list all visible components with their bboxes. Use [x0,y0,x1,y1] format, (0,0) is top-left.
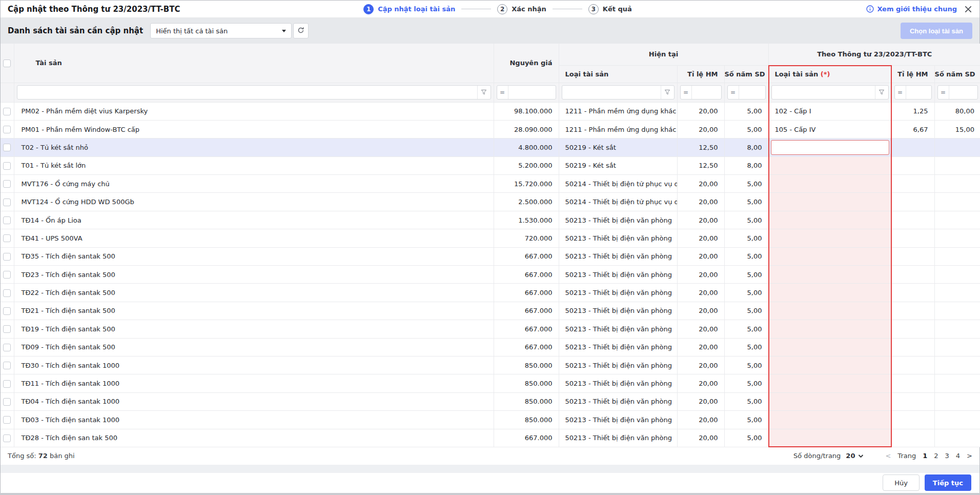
row-checkbox[interactable] [3,344,11,351]
equals-operator-icon[interactable]: = [938,86,949,99]
row-checkbox[interactable] [3,180,11,188]
prev-page-icon[interactable]: < [885,452,891,460]
page-1[interactable]: 1 [923,452,927,460]
row-checkbox[interactable] [3,271,11,279]
row-checkbox[interactable] [3,307,11,315]
new-type-cell[interactable] [768,429,891,447]
wizard-stepper: 1 Cập nhật loại tài sản 2 Xác nhận 3 Kết… [363,4,632,14]
refresh-button[interactable] [293,23,309,38]
new-type-cell[interactable] [768,193,891,211]
new-type-cell[interactable] [768,356,891,374]
row-checkbox[interactable] [3,362,11,369]
new-years-cell [934,211,980,229]
new-type-cell[interactable] [768,229,891,247]
row-checkbox[interactable] [3,234,11,242]
current-rate-cell: 12,50 [677,156,724,174]
page-3[interactable]: 3 [945,452,949,460]
row-checkbox[interactable] [3,253,11,261]
row-checkbox[interactable] [3,380,11,388]
continue-button[interactable]: Tiếp tục [925,474,971,491]
rows-per-page-select[interactable]: 20 [846,452,864,460]
row-checkbox[interactable] [3,126,11,133]
page-4[interactable]: 4 [956,452,960,460]
current-rate-cell: 12,50 [677,138,724,156]
new-years-cell [934,411,980,429]
table-row: TĐ30 - Tích điện santak 1000 850.000 502… [1,356,980,374]
pagination: < Trang 1 2 3 4 > [885,452,972,460]
new-type-cell[interactable]: 102 - Cấp I [768,102,891,120]
row-checkbox-cell [1,156,14,174]
page-label: Trang [897,452,916,460]
table-row: TĐ28 - Tích điện san tak 500 667.000 502… [1,429,980,447]
new-type-filter-input[interactable] [772,86,875,99]
col-header-new-type: Loại tài sản (*) [768,65,891,83]
row-checkbox[interactable] [3,289,11,297]
asset-filter-input[interactable] [17,86,477,99]
row-checkbox[interactable] [3,325,11,333]
new-type-cell[interactable] [768,284,891,302]
new-rate-cell [891,356,934,374]
equals-operator-icon[interactable]: = [895,86,906,99]
equals-operator-icon[interactable]: = [681,86,692,99]
next-page-icon[interactable]: > [967,452,972,460]
filter-funnel-icon[interactable] [875,86,888,99]
new-rate-cell [891,156,934,174]
row-checkbox[interactable] [3,199,11,206]
filter-funnel-icon[interactable] [477,86,491,99]
new-type-cell[interactable] [768,138,891,156]
new-rate-filter-cell: = [891,83,934,102]
row-checkbox[interactable] [3,162,11,170]
new-type-cell[interactable] [768,320,891,338]
new-type-cell[interactable] [768,211,891,229]
original-cost-cell: 98.100.000 [494,102,559,120]
row-checkbox[interactable] [3,108,11,115]
filter-funnel-icon[interactable] [661,86,674,99]
cancel-button[interactable]: Hủy [883,474,920,491]
table-row: TĐ22 - Tích điện santak 500 667.000 5021… [1,284,980,302]
chevron-down-icon [282,30,286,32]
row-checkbox[interactable] [3,434,11,442]
choose-asset-type-button[interactable]: Chọn loại tài sản [901,23,972,39]
equals-operator-icon[interactable]: = [497,86,508,99]
view-introduction-link[interactable]: Xem giới thiệu chung [866,5,957,13]
new-type-cell[interactable] [768,338,891,356]
new-type-cell[interactable] [768,374,891,392]
new-years-filter-input[interactable] [949,86,978,99]
asset-table: Tài sản Nguyên giá Hiện tại Theo Thông t… [1,44,979,447]
row-checkbox[interactable] [3,216,11,224]
new-type-cell[interactable] [768,175,891,193]
display-filter-select[interactable]: Hiển thị tất cả tài sản [150,23,292,38]
new-type-cell[interactable] [768,392,891,410]
asset-name-cell: TĐ09 - Tích điện santak 500 [14,338,494,356]
new-type-cell[interactable] [768,266,891,284]
close-icon[interactable] [964,5,972,13]
page-2[interactable]: 2 [934,452,938,460]
current-rate-filter-input[interactable] [692,86,721,99]
new-rate-filter-input[interactable] [906,86,931,99]
row-checkbox-cell [1,338,14,356]
new-type-cell[interactable]: 105 - Cấp IV [768,120,891,138]
new-type-cell[interactable] [768,247,891,265]
row-checkbox[interactable] [3,144,11,151]
new-years-cell [934,247,980,265]
new-type-edit-input[interactable] [771,140,889,155]
current-years-filter-input[interactable] [739,86,765,99]
new-type-cell[interactable] [768,302,891,320]
current-rate-cell: 20,00 [677,211,724,229]
new-type-cell[interactable] [768,156,891,174]
new-type-cell[interactable] [768,411,891,429]
select-all-checkbox[interactable] [3,60,11,67]
current-rate-cell: 20,00 [677,411,724,429]
current-type-cell: 50213 - Thiết bị điện văn phòng [559,302,677,320]
asset-name-cell: TĐ11 - Tích điện santak 1000 [14,374,494,392]
current-type-filter-input[interactable] [562,86,661,99]
row-checkbox[interactable] [3,416,11,424]
table-row: PM01 - Phần mềm Window-BTC cấp 28.090.00… [1,120,980,138]
cost-filter-input[interactable] [508,86,556,99]
current-rate-cell: 20,00 [677,247,724,265]
view-introduction-label: Xem giới thiệu chung [877,5,957,13]
equals-operator-icon[interactable]: = [728,86,739,99]
row-checkbox[interactable] [3,398,11,406]
original-cost-cell: 667.000 [494,302,559,320]
original-cost-cell: 15.720.000 [494,175,559,193]
